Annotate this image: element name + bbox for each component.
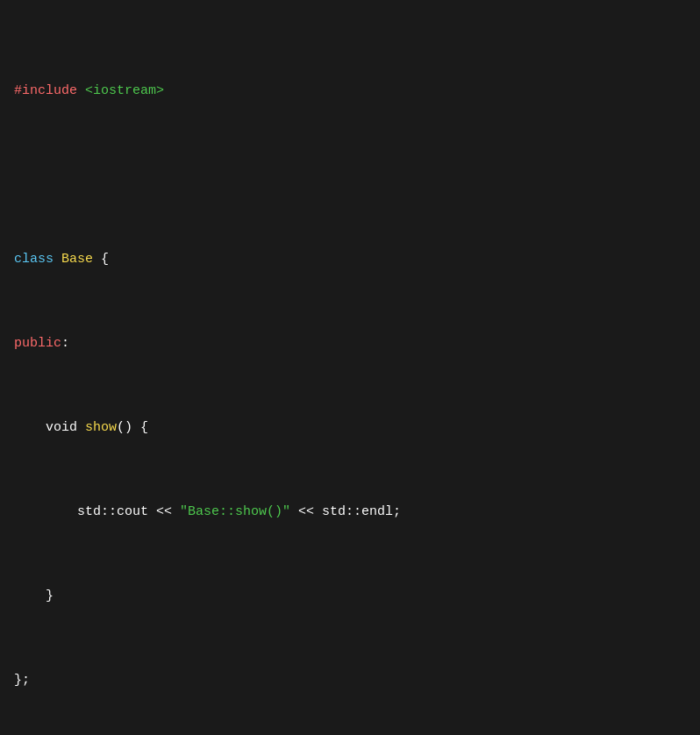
- std-cout-1: std::cout: [77, 504, 148, 519]
- std-endl-1: std::endl: [322, 504, 393, 519]
- line-3: class Base {: [14, 249, 686, 270]
- header-iostream: <iostream>: [85, 83, 164, 98]
- line-8: };: [14, 670, 686, 691]
- line-6: std::cout << "Base::show()" << std::endl…: [14, 502, 686, 523]
- classname-base: Base: [61, 252, 93, 267]
- keyword-void-1: void: [46, 420, 77, 435]
- fn-show-1: show: [85, 420, 117, 435]
- keyword-public-1: public: [14, 336, 61, 351]
- line-1: #include <iostream>: [14, 81, 686, 102]
- string-base-show: "Base::show()": [180, 504, 290, 519]
- line-4: public:: [14, 333, 686, 354]
- code-editor: #include <iostream> class Base { public:…: [14, 18, 686, 735]
- line-2: [14, 165, 686, 186]
- keyword-include: #include: [14, 83, 77, 98]
- line-7: }: [14, 586, 686, 607]
- keyword-class-base: class: [14, 252, 54, 267]
- line-5: void show() {: [14, 417, 686, 439]
